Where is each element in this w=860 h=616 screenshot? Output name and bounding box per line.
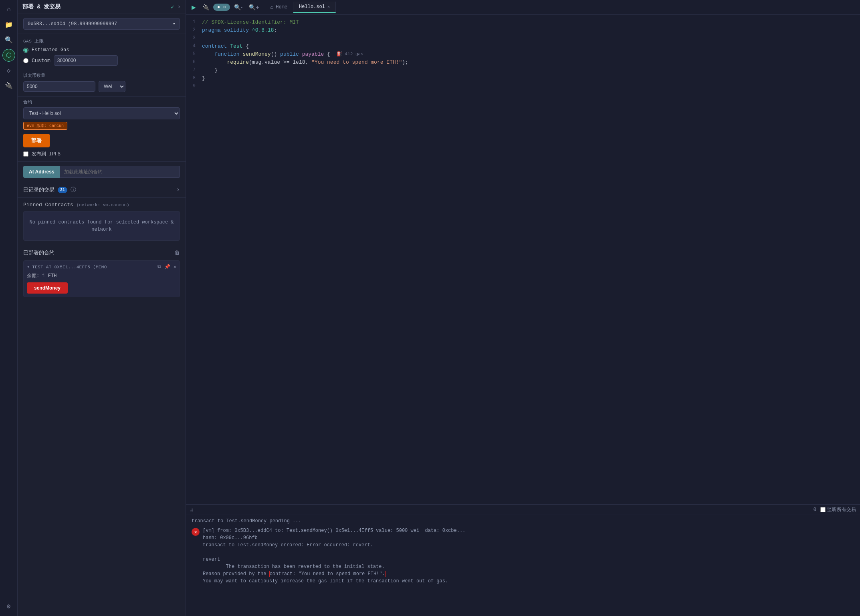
- line-num-8: 8: [186, 75, 202, 81]
- error-row: ✕ [vm] from: 0x5B3...eddC4 to: Test.send…: [192, 527, 854, 585]
- play-button[interactable]: ▶: [189, 3, 198, 12]
- copy-icon[interactable]: ⧉: [157, 264, 161, 270]
- gas-section: GAS 上限 Estimated Gas Custom 3000000: [18, 34, 186, 70]
- code-line-4: 4 contract Test {: [186, 43, 860, 51]
- recorded-expand-icon[interactable]: ›: [176, 186, 180, 193]
- contract-chevron-icon[interactable]: ▾: [27, 264, 30, 270]
- line-code-3: [202, 35, 205, 41]
- sidebar-settings-icon[interactable]: ⚙: [2, 600, 15, 613]
- code-line-2: 2 pragma solidity ^0.8.18;: [186, 27, 860, 35]
- line-num-1: 1: [186, 19, 202, 25]
- file-tab-close-icon[interactable]: ✕: [327, 4, 330, 9]
- output-toolbar: ⇊ 0 监听所有交易: [186, 505, 860, 515]
- deployed-section: 已部署的合约 🗑 ▾ TEST AT 0X5E1...4EFF5 (MEMO ⧉…: [18, 245, 186, 301]
- eth-value-input[interactable]: [23, 81, 95, 92]
- check-icon[interactable]: ✓: [171, 4, 174, 10]
- line-code-4: contract Test {: [202, 43, 249, 49]
- home-tab-label: Home: [276, 4, 287, 10]
- error-highlight: contract: "You need to spend more ETH!".: [269, 571, 386, 577]
- at-address-row: At Address: [23, 166, 180, 178]
- line-num-5: 5: [186, 51, 202, 57]
- info-icon[interactable]: ⓘ: [71, 186, 76, 193]
- code-line-9: 9: [186, 83, 860, 91]
- code-area[interactable]: 1 // SPDX-License-Identifier: MIT 2 prag…: [186, 15, 860, 504]
- custom-gas-input[interactable]: 3000000: [54, 55, 118, 66]
- chevron-right-icon[interactable]: ›: [178, 4, 181, 10]
- listen-label: 监听所有交易: [827, 506, 856, 513]
- at-address-section: At Address: [18, 162, 186, 182]
- file-tab[interactable]: Hello.sol ✕: [293, 2, 336, 13]
- plugin-icon-btn[interactable]: 🔌: [200, 3, 212, 12]
- listen-checkbox[interactable]: [820, 507, 826, 512]
- custom-gas-radio[interactable]: [23, 58, 28, 63]
- collapse-icon[interactable]: ⇊: [190, 506, 193, 513]
- line-num-7: 7: [186, 67, 202, 73]
- ipfs-checkbox[interactable]: [23, 151, 28, 157]
- panel-topbar: 部署 & 发交易 ✓ ›: [18, 0, 186, 14]
- at-address-input[interactable]: [60, 166, 180, 178]
- eth-label: 以太币数量: [23, 72, 180, 79]
- contract-item-name: TEST AT 0X5E1...4EFF5 (MEMO: [32, 265, 155, 270]
- ipfs-row: 发布到 IPFS: [23, 151, 180, 157]
- contract-item-icons: ⧉ 📌 ✕: [157, 264, 176, 270]
- output-content: transact to Test.sendMoney pending ... ✕…: [186, 515, 860, 616]
- sidebar-deploy-icon[interactable]: ⬡: [2, 49, 15, 62]
- close-contract-icon[interactable]: ✕: [174, 264, 176, 270]
- recorded-title-text: 已记录的交易: [23, 186, 55, 193]
- recorded-header: 已记录的交易 21 ⓘ ›: [23, 186, 180, 193]
- panel-topbar-icons: ✓ ›: [171, 4, 181, 10]
- code-line-8: 8 }: [186, 75, 860, 83]
- error-line-7: You may want to cautiously increase the …: [203, 578, 465, 585]
- eth-unit-select[interactable]: Wei Gwei Ether: [99, 81, 125, 92]
- code-line-6: 6 require(msg.value >= 1e18, "You need t…: [186, 59, 860, 67]
- deploy-button[interactable]: 部署: [23, 134, 50, 147]
- zoom-out-button[interactable]: 🔍-: [232, 3, 245, 12]
- contract-section: 合约 Test - Hello.sol evm 版本: cancun 部署 发布…: [18, 97, 186, 162]
- sidebar-search-icon[interactable]: 🔍: [2, 34, 15, 46]
- pending-block: transact to Test.sendMoney pending ...: [192, 518, 854, 524]
- line-num-9: 9: [186, 83, 202, 89]
- deployed-header: 已部署的合约 🗑: [23, 249, 180, 256]
- error-line-4: revert: [203, 556, 465, 563]
- code-line-1: 1 // SPDX-License-Identifier: MIT: [186, 19, 860, 27]
- home-tab-icon: ⌂: [270, 4, 273, 10]
- account-chevron-icon: ▾: [173, 21, 176, 27]
- send-money-button[interactable]: sendMoney: [27, 282, 68, 294]
- error-text: [vm] from: 0x5B3...eddC4 to: Test.sendMo…: [203, 527, 465, 585]
- pinned-empty-text: No pinned contracts found for selected w…: [29, 219, 174, 233]
- home-tab[interactable]: ⌂ Home: [264, 2, 293, 13]
- file-tab-label: Hello.sol: [299, 4, 325, 10]
- sidebar-home-icon[interactable]: ⌂: [2, 3, 15, 16]
- account-select[interactable]: 0x5B3...eddC4 (98.9999999999997 ▾: [23, 18, 180, 30]
- account-section: 0x5B3...eddC4 (98.9999999999997 ▾: [18, 14, 186, 34]
- toggle-button[interactable]: ● ○: [213, 4, 230, 11]
- custom-gas-label: Custom: [32, 58, 50, 64]
- eth-row: Wei Gwei Ether: [23, 81, 180, 92]
- line-code-6: require(msg.value >= 1e18, "You need to …: [202, 59, 408, 65]
- code-line-3: 3: [186, 35, 860, 43]
- trash-icon[interactable]: 🗑: [174, 250, 180, 256]
- line-code-1: // SPDX-License-Identifier: MIT: [202, 19, 299, 25]
- line-code-9: [202, 83, 205, 89]
- sidebar-files-icon[interactable]: 📁: [2, 18, 15, 31]
- sidebar-plugin-icon[interactable]: 🔌: [2, 79, 15, 92]
- sidebar-git-icon[interactable]: ◇: [2, 64, 15, 77]
- pinned-title-text: Pinned Contracts: [23, 202, 73, 208]
- estimated-gas-radio[interactable]: [23, 48, 28, 53]
- left-panel: 部署 & 发交易 ✓ › 0x5B3...eddC4 (98.999999999…: [18, 0, 186, 616]
- output-panel: ⇊ 0 监听所有交易 transact to Test.sendMoney pe…: [186, 504, 860, 616]
- estimated-gas-label: Estimated Gas: [32, 47, 69, 53]
- line-num-4: 4: [186, 43, 202, 49]
- contract-label: 合约: [23, 99, 180, 105]
- pin-icon[interactable]: 📌: [164, 264, 170, 270]
- pinned-title: Pinned Contracts (network: vm-cancun): [23, 202, 180, 208]
- error-line-1: [vm] from: 0x5B3...eddC4 to: Test.sendMo…: [203, 527, 465, 534]
- contract-item-header: ▾ TEST AT 0X5E1...4EFF5 (MEMO ⧉ 📌 ✕: [27, 264, 176, 270]
- pinned-network-label: (network: vm-cancun): [77, 203, 129, 207]
- editor-toolbar: ▶ 🔌 ● ○ 🔍- 🔍+ ⌂ Home Hello.sol ✕: [186, 0, 860, 15]
- zoom-in-button[interactable]: 🔍+: [246, 3, 261, 12]
- contract-select[interactable]: Test - Hello.sol: [23, 107, 180, 119]
- pending-line: transact to Test.sendMoney pending ...: [192, 518, 854, 524]
- recorded-section: 已记录的交易 21 ⓘ ›: [18, 182, 186, 198]
- at-address-button[interactable]: At Address: [23, 166, 60, 178]
